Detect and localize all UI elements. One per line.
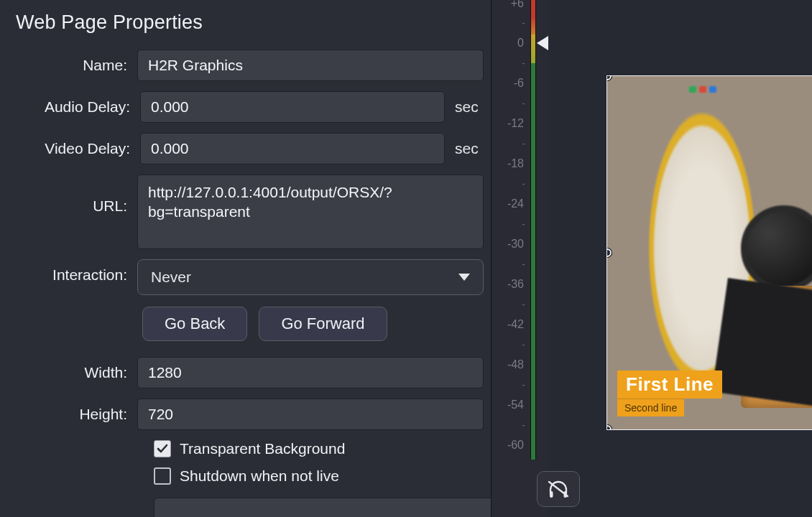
width-input[interactable] [137, 357, 484, 388]
row-height: Height: [16, 399, 484, 430]
scale-label: -6 [514, 77, 524, 90]
led-icon [709, 86, 716, 93]
led-icon [699, 86, 706, 93]
scale-label: -36 [507, 278, 524, 291]
transparent-bg-checkbox[interactable] [154, 440, 171, 457]
led-icon [689, 86, 696, 93]
foreground-graphic [712, 278, 812, 409]
scale-label: -30 [507, 238, 524, 251]
scale-label: -48 [507, 358, 524, 371]
scale-label: 0 [517, 37, 524, 50]
scale-label: -42 [507, 318, 524, 331]
chevron-down-icon [458, 274, 470, 281]
url-input[interactable] [137, 174, 484, 249]
video-delay-label: Video Delay: [16, 133, 140, 157]
scale-label: -12 [507, 117, 524, 130]
shutdown-checkbox[interactable] [154, 467, 171, 485]
audio-scale: +6 - 0 - -6 - -12 - -18 - -24 - -30 - -3… [491, 0, 548, 517]
audio-delay-input[interactable] [140, 91, 445, 123]
right-area: First Line Second line [548, 0, 812, 517]
interaction-selected: Never [151, 269, 191, 286]
check-icon [156, 442, 169, 455]
go-back-button[interactable]: Go Back [142, 307, 247, 341]
interaction-select[interactable]: Never [137, 259, 484, 295]
scale-marker-icon[interactable] [537, 36, 548, 50]
lower-third: First Line Second line [617, 371, 722, 416]
row-transparent-bg: Transparent Background [16, 440, 484, 457]
video-delay-input[interactable] [140, 133, 445, 164]
name-label: Name: [16, 50, 137, 74]
row-shutdown: Shutdown when not live [16, 467, 484, 485]
audio-delay-label: Audio Delay: [16, 91, 140, 116]
resize-handle[interactable] [607, 76, 612, 80]
row-url: URL: [16, 174, 484, 249]
lower-third-line1: First Line [617, 371, 722, 399]
row-width: Width: [16, 357, 484, 388]
resize-handle[interactable] [607, 248, 612, 257]
audio-delay-unit: sec [455, 98, 484, 116]
go-forward-button[interactable]: Go Forward [259, 307, 387, 341]
scale-label: -60 [507, 439, 524, 452]
name-input[interactable] [137, 50, 484, 81]
row-interaction: Interaction: Never [16, 259, 484, 295]
app-root: Web Page Properties Name: Audio Delay: s… [0, 0, 812, 517]
shutdown-label: Shutdown when not live [180, 467, 339, 485]
height-input[interactable] [137, 399, 484, 430]
nav-buttons: Go Back Go Forward [16, 307, 484, 341]
panel-title: Web Page Properties [16, 11, 484, 34]
properties-panel: Web Page Properties Name: Audio Delay: s… [0, 0, 491, 517]
headphones-mute-icon [546, 479, 571, 499]
transparent-bg-label: Transparent Background [180, 440, 345, 457]
headphones-mute-button[interactable] [537, 471, 580, 507]
resize-handle[interactable] [607, 425, 612, 429]
lower-third-line2: Second line [617, 399, 684, 416]
row-video-delay: Video Delay: sec [16, 133, 484, 164]
scale-label: -24 [507, 197, 524, 210]
row-name: Name: [16, 50, 484, 81]
width-label: Width: [16, 357, 137, 381]
svg-rect-0 [550, 491, 553, 498]
url-label: URL: [16, 174, 137, 215]
preview-frame[interactable]: First Line Second line [607, 76, 812, 429]
scale-label: -54 [507, 399, 524, 411]
video-delay-unit: sec [455, 140, 484, 157]
scale-label: +6 [511, 0, 524, 10]
height-label: Height: [16, 399, 137, 423]
row-audio-delay: Audio Delay: sec [16, 91, 484, 123]
scale-label: -18 [507, 157, 524, 170]
extra-field[interactable] [154, 498, 500, 517]
interaction-label: Interaction: [16, 259, 137, 284]
